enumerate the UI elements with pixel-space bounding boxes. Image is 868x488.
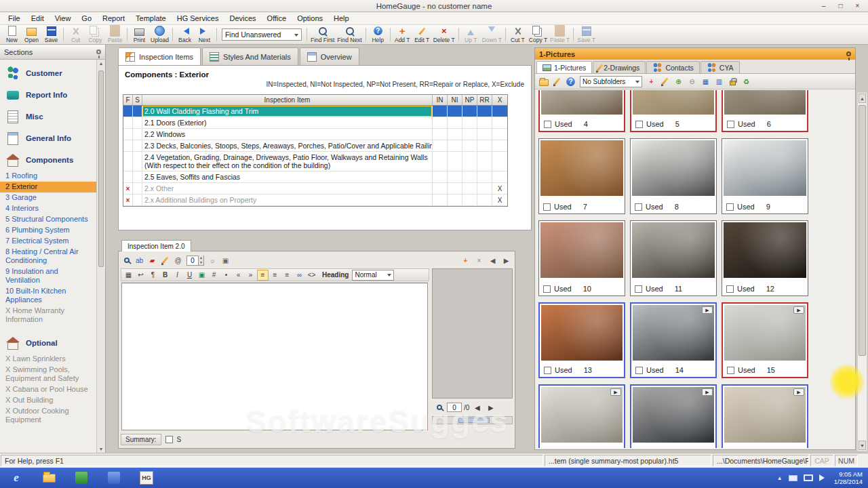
insert-table-icon[interactable]: ▦	[123, 270, 134, 281]
menu-report[interactable]: Report	[97, 13, 130, 24]
mark-rr-cell[interactable]	[477, 171, 492, 182]
sidebar-section-misc[interactable]: Misc	[0, 106, 96, 127]
pencil-icon[interactable]	[159, 255, 171, 266]
mark-x-cell[interactable]	[492, 140, 507, 151]
mark-np-cell[interactable]	[462, 152, 477, 171]
menu-office[interactable]: Office	[262, 13, 292, 24]
add-picture-icon[interactable]: +	[460, 255, 471, 266]
add-picture-icon[interactable]: +	[646, 76, 657, 87]
photo-thumbnail[interactable]	[540, 222, 623, 278]
inspection-item-tab[interactable]: Inspection Item 2.0	[121, 240, 191, 251]
used-checkbox[interactable]	[727, 121, 734, 128]
mark-in-cell[interactable]	[433, 195, 448, 205]
pin-icon[interactable]	[846, 52, 851, 56]
toolbar-print-button[interactable]: Print	[130, 26, 149, 43]
mark-ni-cell[interactable]	[448, 140, 462, 151]
mark-np-cell[interactable]	[462, 183, 477, 194]
find-mode-dropdown[interactable]: Find Unanswered	[222, 28, 302, 41]
column-header-in[interactable]: IN	[433, 95, 448, 105]
mark-np-cell[interactable]	[462, 129, 477, 140]
menu-go[interactable]: Go	[76, 13, 97, 24]
menu-options[interactable]: Options	[292, 13, 328, 24]
mark-in-cell[interactable]	[433, 129, 448, 140]
tab-1-pictures[interactable]: 1-Pictures	[536, 61, 592, 73]
spell-check-icon[interactable]: ab	[134, 255, 145, 266]
used-checkbox[interactable]	[635, 121, 643, 128]
photo-thumbnail[interactable]	[632, 140, 715, 196]
mark-ni-cell[interactable]	[448, 129, 462, 140]
menu-help[interactable]: Help	[328, 13, 355, 24]
align-left-icon[interactable]: ≡	[257, 270, 269, 281]
mark-x-cell[interactable]	[492, 117, 507, 128]
taskbar-clock[interactable]: 9:05 AM 1/28/2014	[834, 470, 863, 485]
paragraph-icon[interactable]: ¶	[147, 270, 159, 281]
inspection-row[interactable]: 2.2 Windows	[123, 129, 507, 140]
comment-text-area[interactable]	[121, 283, 428, 430]
tray-network-icon[interactable]	[804, 474, 813, 481]
used-checkbox[interactable]	[544, 121, 551, 128]
sidebar-item-x-lawn-sprinklers[interactable]: X Lawn Sprinklers	[0, 354, 96, 365]
line-break-icon[interactable]: ↩	[135, 270, 146, 281]
sidebar-item-x-swimming-pools-equipment-and-safety[interactable]: X Swimming Pools, Equipment and Safety	[0, 365, 96, 384]
mark-rr-cell[interactable]	[477, 152, 492, 171]
menu-template[interactable]: Template	[130, 13, 172, 24]
remove-picture-icon[interactable]: ×	[473, 255, 485, 266]
settings-icon[interactable]: ☼	[207, 255, 218, 266]
bold-icon[interactable]: B	[159, 270, 171, 281]
taskbar-homegauge-icon[interactable]: HG	[130, 468, 163, 488]
column-header-f[interactable]: F	[123, 95, 133, 105]
small-thumbnails-icon[interactable]: ▦	[700, 76, 711, 87]
toolbar-delete-t-button[interactable]: Delete T	[432, 26, 456, 43]
inspection-row[interactable]: 2.3 Decks, Balconies, Stoops, Steps, Are…	[123, 140, 507, 152]
tab-contacts[interactable]: Contacts	[646, 61, 699, 73]
toolbar-save-t-button[interactable]: Save T	[576, 26, 597, 43]
mark-ni-cell[interactable]	[448, 117, 462, 128]
photo-thumbnail[interactable]	[541, 305, 623, 361]
tab-2-drawings[interactable]: 2-Drawings	[593, 61, 646, 73]
sidebar-item-8-heating-central-air-conditioning[interactable]: 8 Heating / Central Air Conditioning	[0, 247, 96, 266]
photo-item-4[interactable]: Used4	[538, 90, 625, 132]
photo-item-16[interactable]: ▶Used16	[538, 384, 625, 448]
toolbar-add-t-button[interactable]: Add T	[393, 26, 412, 43]
toolbar-save-button[interactable]: Save	[41, 26, 61, 43]
align-right-icon[interactable]: ≡	[281, 270, 293, 281]
scroll-down-icon[interactable]: ▼	[99, 447, 104, 451]
used-checkbox[interactable]	[727, 367, 734, 374]
scroll-up-icon[interactable]: ▲	[99, 61, 104, 66]
used-checkbox[interactable]	[726, 203, 734, 211]
tray-language-icon[interactable]	[789, 475, 797, 481]
photo-thumbnail[interactable]: ▶	[633, 387, 714, 443]
edit-picture-icon[interactable]	[659, 76, 671, 87]
photo-thumbnail[interactable]: ▶	[724, 387, 806, 443]
sidebar-item-x-home-warranty-information[interactable]: X Home Warranty Information	[0, 306, 96, 325]
pictures-scrollbar[interactable]: ▲ ▼	[857, 92, 867, 451]
photo-thumbnail[interactable]	[724, 222, 806, 278]
column-header-s[interactable]: S	[133, 95, 142, 105]
mark-rr-cell[interactable]	[477, 129, 492, 140]
toolbar-open-button[interactable]: Open	[22, 26, 41, 43]
toolbar-find-next-button[interactable]: Find Next	[336, 26, 363, 43]
mark-rr-cell[interactable]	[477, 117, 492, 128]
used-checkbox[interactable]	[543, 285, 551, 293]
mark-x-cell[interactable]	[492, 152, 507, 171]
photo-item-15[interactable]: ▶Used15	[722, 302, 808, 378]
toolbar-copy-t-button[interactable]: Copy T	[528, 26, 549, 43]
large-thumbnails-icon[interactable]: ▥	[713, 76, 725, 87]
column-header-x[interactable]: X	[492, 95, 507, 105]
link-icon[interactable]: ∞	[294, 270, 305, 281]
outdent-icon[interactable]: «	[233, 270, 244, 281]
toolbar-edit-t-button[interactable]: Edit T	[412, 26, 432, 43]
photo-thumbnail[interactable]	[632, 222, 715, 278]
menu-file[interactable]: File	[3, 13, 26, 24]
photo-item-9[interactable]: Used9	[722, 138, 808, 214]
column-header-rr[interactable]: RR	[477, 95, 492, 105]
mark-x-cell[interactable]	[492, 129, 507, 140]
sidebar-item-x-cabana-or-pool-house[interactable]: X Cabana or Pool House	[0, 384, 96, 395]
photo-item-13[interactable]: Used13	[538, 302, 625, 378]
mark-np-cell[interactable]	[462, 106, 477, 117]
count-spinner[interactable]: 0▲▼	[186, 256, 204, 266]
mark-ni-cell[interactable]	[448, 171, 462, 182]
taskbar-app-blue-icon[interactable]	[98, 468, 130, 488]
photo-thumbnail[interactable]	[724, 90, 806, 115]
sidebar-section-components[interactable]: Components	[0, 149, 96, 171]
